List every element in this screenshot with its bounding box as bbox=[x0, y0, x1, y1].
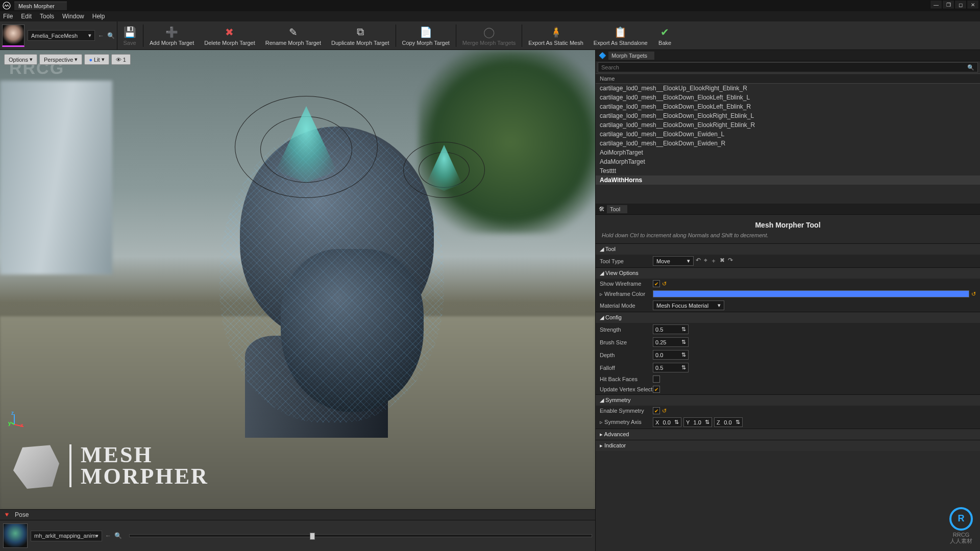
revert-icon[interactable]: ↺ bbox=[662, 281, 667, 287]
add-icon[interactable]: ＋ bbox=[710, 257, 717, 265]
spinner-icon[interactable]: ⇅ bbox=[681, 352, 686, 358]
anim-nav-back-icon[interactable]: ← bbox=[105, 532, 111, 539]
revert-icon[interactable]: ↺ bbox=[971, 291, 976, 297]
menu-bar: File Edit Tools Window Help bbox=[0, 11, 980, 21]
spinner-icon[interactable]: ⇅ bbox=[705, 419, 709, 425]
viewport-show-button[interactable]: 👁 1 bbox=[111, 54, 131, 65]
title-tab[interactable]: Mesh Morpher bbox=[14, 2, 67, 10]
morph-target-row[interactable]: cartilage_lod0_mesh__ElookDown_ElookLeft… bbox=[596, 93, 980, 102]
morph-target-row[interactable]: Testttt bbox=[596, 166, 980, 176]
morph-target-row[interactable]: cartilage_lod0_mesh__ElookDown_Ewiden_L bbox=[596, 130, 980, 139]
morph-name-header[interactable]: Name bbox=[596, 73, 980, 84]
toolbar-duplicate-button[interactable]: ⧉Duplicate Morph Target bbox=[326, 21, 395, 50]
tool-icon: 🛠 bbox=[599, 206, 605, 213]
strength-input[interactable]: 0.5⇅ bbox=[653, 324, 689, 334]
falloff-input[interactable]: 0.5⇅ bbox=[653, 363, 689, 372]
morph-target-row[interactable]: cartilage_lod0_mesh__ElookDown_ElookRigh… bbox=[596, 120, 980, 130]
duplicate-label: Duplicate Morph Target bbox=[331, 40, 389, 46]
depth-input[interactable]: 0.0⇅ bbox=[653, 350, 689, 360]
update-vertex-checkbox[interactable]: ✔ bbox=[653, 386, 660, 393]
sym-x-input[interactable]: X 0.0 ⇅ bbox=[653, 417, 681, 427]
morph-search-input[interactable]: Search 🔍 bbox=[598, 62, 978, 72]
toolbar-exportstand-button[interactable]: 📋Export As Standalone bbox=[589, 21, 653, 50]
morph-target-row[interactable]: AdaMorphTarget bbox=[596, 157, 980, 166]
enable-symmetry-checkbox[interactable]: ✔ bbox=[653, 407, 660, 414]
section-advanced[interactable]: ▸ Advanced bbox=[596, 429, 980, 440]
section-indicator[interactable]: ▸ Indicator bbox=[596, 440, 980, 451]
spinner-icon[interactable]: ⇅ bbox=[681, 326, 686, 333]
viewport-lit-button[interactable]: ● Lit ▾ bbox=[84, 54, 109, 65]
minimize-button[interactable]: — bbox=[930, 0, 942, 9]
exportstand-label: Export As Standalone bbox=[594, 40, 648, 46]
viewport-3d[interactable]: RRCG Options ▾ Perspective ▾ ● Lit ▾ 👁 1 bbox=[0, 50, 595, 509]
chevron-down-icon: ▾ bbox=[718, 302, 721, 309]
toolbar-add-button[interactable]: ➕Add Morph Target bbox=[144, 21, 199, 50]
anim-browse-icon[interactable]: 🔍 bbox=[114, 532, 122, 539]
copy-label: Copy Morph Target bbox=[402, 40, 450, 46]
menu-file[interactable]: File bbox=[3, 13, 13, 20]
asset-name-dropdown[interactable]: Amelia_FaceMesh▾ bbox=[28, 30, 95, 41]
anim-timeline[interactable] bbox=[129, 534, 592, 537]
morph-target-row[interactable]: cartilage_lod0_mesh__ElookDown_Ewiden_R bbox=[596, 139, 980, 148]
label-material-mode: Material Mode bbox=[600, 303, 653, 309]
undo-icon[interactable]: ↶ bbox=[696, 257, 701, 265]
label-falloff: Falloff bbox=[600, 365, 653, 371]
anim-thumbnail[interactable] bbox=[3, 523, 28, 548]
wireframe-color-swatch[interactable] bbox=[653, 290, 969, 297]
asset-thumbnail[interactable] bbox=[2, 24, 24, 47]
pose-tab-label[interactable]: Pose bbox=[15, 511, 29, 518]
pose-dropdown-icon[interactable]: 🔻 bbox=[3, 511, 11, 518]
morph-target-row[interactable]: cartilage_lod0_mesh__ElookDown_ElookRigh… bbox=[596, 111, 980, 120]
revert-icon[interactable]: ↺ bbox=[662, 408, 667, 414]
spinner-icon[interactable]: ⇅ bbox=[736, 419, 740, 425]
show-wireframe-checkbox[interactable]: ✔ bbox=[653, 280, 660, 287]
redo-icon[interactable]: ↷ bbox=[728, 257, 733, 265]
tool-tab[interactable]: 🛠 Tool bbox=[596, 204, 980, 215]
asset-browse-icon[interactable]: 🔍 bbox=[107, 32, 115, 39]
viewport-options-button[interactable]: Options ▾ bbox=[4, 54, 37, 65]
morph-target-row[interactable]: AdaWithHorns bbox=[596, 176, 980, 185]
reset-target-icon[interactable]: ⌖ bbox=[704, 257, 707, 265]
clear-icon[interactable]: ✖ bbox=[720, 257, 725, 265]
toolbar-bake-button[interactable]: ✔Bake bbox=[653, 21, 677, 50]
logo-text-2: MORPHER bbox=[81, 466, 209, 487]
spinner-icon[interactable]: ⇅ bbox=[681, 364, 686, 371]
toolbar-exportstatic-button[interactable]: 🧍Export As Static Mesh bbox=[523, 21, 589, 50]
sym-z-input[interactable]: Z 0.0 ⇅ bbox=[714, 417, 743, 427]
menu-edit[interactable]: Edit bbox=[21, 13, 32, 20]
save-icon: 💾 bbox=[122, 26, 137, 39]
spinner-icon[interactable]: ⇅ bbox=[681, 339, 686, 345]
menu-window[interactable]: Window bbox=[62, 13, 84, 20]
morph-target-row[interactable]: AoiMorphTarget bbox=[596, 148, 980, 157]
label-symmetry-axis: ▹ Symmetry Axis bbox=[600, 419, 653, 425]
morph-targets-tab[interactable]: 🔷 Morph Targets bbox=[596, 50, 980, 61]
morph-target-list[interactable]: cartilage_lod0_mesh__ElookUp_ElookRight_… bbox=[596, 84, 980, 204]
toolbar-rename-button[interactable]: ✎Rename Morph Target bbox=[260, 21, 326, 50]
section-tool[interactable]: ◢ Tool bbox=[596, 244, 980, 255]
sym-y-input[interactable]: Y 1.0 ⇅ bbox=[683, 417, 712, 427]
toolbar-delete-button[interactable]: ✖Delete Morph Target bbox=[199, 21, 260, 50]
svg-point-0 bbox=[3, 2, 10, 9]
section-symmetry[interactable]: ◢ Symmetry bbox=[596, 395, 980, 406]
material-mode-dropdown[interactable]: Mesh Focus Material▾ bbox=[653, 300, 724, 310]
hit-back-faces-checkbox[interactable] bbox=[653, 375, 660, 383]
asset-nav-back-icon[interactable]: ← bbox=[98, 32, 104, 39]
spinner-icon[interactable]: ⇅ bbox=[674, 419, 679, 425]
close-button[interactable]: ✕ bbox=[967, 0, 979, 9]
maximize-button[interactable]: ◻ bbox=[954, 0, 967, 9]
menu-tools[interactable]: Tools bbox=[40, 13, 54, 20]
viewport-perspective-button[interactable]: Perspective ▾ bbox=[39, 54, 82, 65]
toolbar-copy-button[interactable]: 📄Copy Morph Target bbox=[397, 21, 455, 50]
timeline-cursor[interactable] bbox=[310, 533, 315, 540]
restore-button[interactable]: ❐ bbox=[942, 0, 954, 9]
section-config[interactable]: ◢ Config bbox=[596, 312, 980, 323]
morph-target-row[interactable]: cartilage_lod0_mesh__ElookUp_ElookRight_… bbox=[596, 84, 980, 93]
label-wireframe-color: ▹ Wireframe Color bbox=[600, 291, 653, 297]
section-view-options[interactable]: ◢ View Options bbox=[596, 268, 980, 279]
chevron-down-icon: ▾ bbox=[88, 32, 91, 39]
anim-asset-dropdown[interactable]: mh_arkit_mapping_anim▾ bbox=[31, 531, 102, 541]
tool-type-dropdown[interactable]: Move▾ bbox=[653, 256, 694, 266]
menu-help[interactable]: Help bbox=[92, 13, 105, 20]
brush-size-input[interactable]: 0.25⇅ bbox=[653, 337, 689, 347]
morph-target-row[interactable]: cartilage_lod0_mesh__ElookDown_ElookLeft… bbox=[596, 102, 980, 111]
